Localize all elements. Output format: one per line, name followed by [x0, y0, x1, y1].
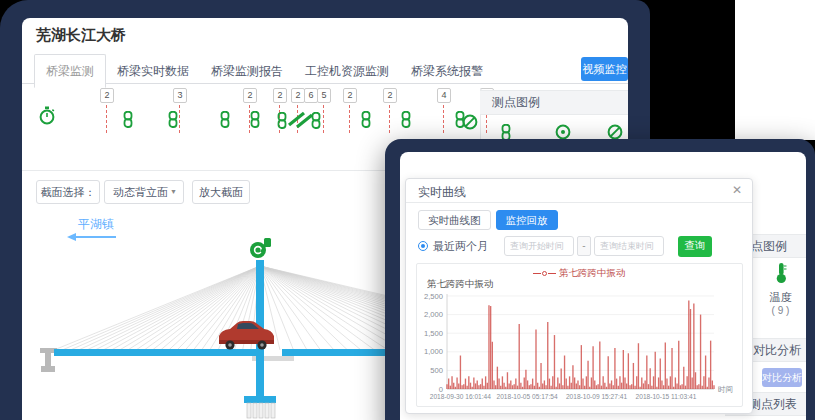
modal-tab[interactable]: 实时曲线图	[418, 210, 491, 230]
svg-text:500: 500	[430, 366, 443, 375]
legend-marker-line	[533, 273, 541, 274]
legend-series-label: 第七跨跨中振动	[559, 267, 626, 278]
timeline-dashed-line	[106, 105, 107, 133]
query-start-input[interactable]	[504, 236, 574, 256]
temperature-label: 温度	[755, 290, 806, 305]
legend-marker-line	[548, 273, 556, 274]
modal-title: 实时曲线	[418, 184, 466, 201]
bascule-span-icon[interactable]	[276, 108, 322, 134]
section-select-label: 截面选择：	[36, 180, 100, 204]
main-tab[interactable]: 工控机资源监测	[294, 55, 400, 87]
query-range-label: 最近两个月	[433, 239, 488, 254]
anemometer-icon	[250, 238, 271, 258]
chart-legend[interactable]: 第七跨跨中振动	[417, 264, 742, 278]
screenshot-stage: 芜湖长江大桥 桥梁监测桥梁实时数据桥梁监测报告工控机资源监测桥梁系统报警 视频监…	[0, 0, 815, 420]
chart-container: 第七跨跨中振动 第七跨跨中振动 05001,0001,5002,0002,500…	[416, 263, 743, 407]
legend-panel-header: 测点图例	[480, 90, 628, 115]
pier-piles	[247, 403, 275, 418]
main-tab[interactable]: 桥梁监测报告	[200, 55, 294, 87]
background-patch	[735, 0, 815, 140]
modal-header: 实时曲线 ✕	[406, 179, 752, 203]
timeline-count-badge[interactable]: 2	[273, 88, 287, 103]
section-select-value: 动态背立面	[113, 186, 168, 198]
video-monitor-button[interactable]: 视频监控	[581, 57, 628, 81]
query-submit-button[interactable]: 查询	[678, 236, 712, 257]
main-tab[interactable]: 桥梁系统报警	[400, 55, 494, 87]
timeline-dashed-line	[179, 105, 180, 133]
svg-text:2018-10-09 15:27:41: 2018-10-09 15:27:41	[566, 393, 628, 400]
chain-icon[interactable]	[219, 111, 231, 132]
svg-text:1,500: 1,500	[424, 329, 443, 338]
svg-text:2018-09-30 16:01:44: 2018-09-30 16:01:44	[430, 393, 492, 400]
close-icon[interactable]: ✕	[732, 183, 742, 197]
svg-text:2,500: 2,500	[424, 292, 443, 301]
radio-selected-icon[interactable]	[418, 241, 428, 251]
no-entry-icon[interactable]	[462, 114, 478, 134]
vibration-chart: 05001,0001,5002,0002,5002018-09-30 16:01…	[417, 291, 742, 403]
overlay-window: 测点图例 温度 ( 9 ) 对比分析 对比分析 测点列表 实	[400, 152, 806, 420]
svg-text:1,000: 1,000	[424, 347, 443, 356]
main-tabbar: 桥梁监测桥梁实时数据桥梁监测报告工控机资源监测桥梁系统报警 视频监控	[22, 54, 628, 84]
pier-cap	[244, 396, 276, 403]
chain-icon[interactable]	[249, 111, 261, 132]
query-separator: -	[577, 236, 591, 256]
main-tab[interactable]: 桥梁监测	[34, 54, 106, 88]
bridge-status-timeline: 23222652242	[22, 86, 480, 142]
timeline-count-badge[interactable]: 6	[304, 88, 318, 103]
bridge-deck-left	[54, 349, 262, 356]
compare-analysis-button[interactable]: 对比分析	[762, 368, 802, 387]
dropdown-caret-icon: ▼	[170, 181, 177, 203]
stopwatch-icon	[38, 106, 56, 129]
timeline-count-badge[interactable]: 2	[100, 88, 114, 103]
query-row: 最近两个月 - 查询	[418, 235, 742, 257]
timeline-count-badge[interactable]: 2	[343, 88, 357, 103]
realtime-curve-modal: 实时曲线 ✕ 实时曲线图监控回放 最近两个月 - 查询 第七跨跨中振动	[405, 178, 753, 414]
timeline-dashed-line	[323, 105, 324, 133]
timeline-count-badge[interactable]: 4	[437, 88, 451, 103]
timeline-dashed-line	[443, 105, 444, 133]
timeline-dashed-line	[349, 105, 350, 133]
car	[219, 321, 274, 350]
timeline-count-badge[interactable]: 3	[173, 88, 187, 103]
overlay-window-frame: 测点图例 温度 ( 9 ) 对比分析 对比分析 测点列表 实	[385, 139, 815, 420]
svg-text:2018-10-15 11:03:41: 2018-10-15 11:03:41	[636, 393, 697, 400]
temperature-legend-item[interactable]: 温度 ( 9 )	[755, 262, 806, 316]
page-title: 芜湖长江大桥	[36, 26, 126, 45]
chain-icon[interactable]	[360, 111, 372, 132]
timeline-dashed-line	[389, 105, 390, 133]
thermometer-icon	[774, 262, 788, 284]
timeline-count-badge[interactable]: 2	[291, 88, 305, 103]
section-select-dropdown[interactable]: 动态背立面 ▼	[104, 180, 184, 204]
legend-marker-dot	[542, 271, 547, 276]
main-tab[interactable]: 桥梁实时数据	[106, 55, 200, 87]
timeline-count-badge[interactable]: 5	[317, 88, 331, 103]
legend-panel-title: 测点图例	[492, 95, 540, 109]
query-end-input[interactable]	[594, 236, 664, 256]
chain-icon[interactable]	[167, 111, 179, 132]
chain-icon[interactable]	[122, 111, 134, 132]
chain-icon[interactable]	[400, 111, 412, 132]
svg-text:2,000: 2,000	[424, 310, 443, 319]
enlarge-section-button[interactable]: 放大截面	[192, 180, 250, 204]
temperature-count: ( 9 )	[755, 305, 806, 316]
timeline-count-badge[interactable]: 2	[383, 88, 397, 103]
modal-tab[interactable]: 监控回放	[496, 210, 558, 230]
svg-text:时间: 时间	[718, 385, 733, 394]
svg-text:2018-10-05 05:17:54: 2018-10-05 05:17:54	[496, 393, 558, 400]
main-tabs: 桥梁监测桥梁实时数据桥梁监测报告工控机资源监测桥梁系统报警	[22, 61, 494, 78]
modal-tabs: 实时曲线图监控回放	[418, 210, 563, 230]
timeline-count-badge[interactable]: 2	[243, 88, 257, 103]
